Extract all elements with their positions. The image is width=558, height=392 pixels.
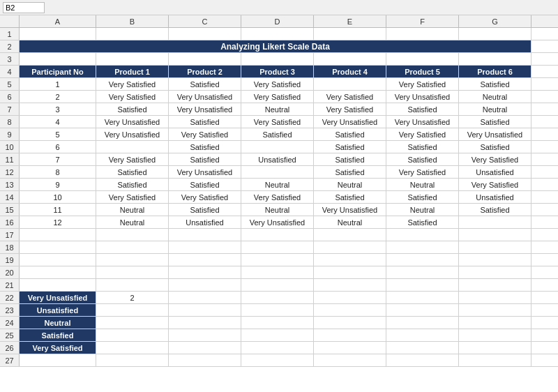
- cell-p4-9[interactable]: Satisfied: [314, 128, 386, 140]
- cell-p1-8[interactable]: Very Unsatisfied: [96, 116, 169, 128]
- cell-p6-16[interactable]: [459, 216, 531, 228]
- cell-p3-12[interactable]: [241, 166, 314, 178]
- cell-p4-15[interactable]: Very Unsatisfied: [314, 204, 386, 216]
- cell-p3-6[interactable]: Very Satisfied: [241, 91, 314, 103]
- cell-participant-5[interactable]: 1: [20, 78, 96, 90]
- cell-participant-16[interactable]: 12: [20, 216, 96, 228]
- cell-p3-5[interactable]: Very Satisfied: [241, 78, 314, 90]
- cell-p3-11[interactable]: Unsatisfied: [241, 153, 314, 165]
- cell-p1-10[interactable]: [96, 141, 169, 153]
- cell-p5-6[interactable]: Very Unsatisfied: [386, 91, 459, 103]
- cell-p4-14[interactable]: Satisfied: [314, 191, 386, 203]
- cell-p3-14[interactable]: Very Satisfied: [241, 191, 314, 203]
- summary-val-26[interactable]: [96, 342, 169, 354]
- cell-p3-10[interactable]: [241, 141, 314, 153]
- cell-p5-16[interactable]: Satisfied: [386, 216, 459, 228]
- cell-p2-15[interactable]: Satisfied: [169, 204, 241, 216]
- cell-p2-10[interactable]: Satisfied: [169, 141, 241, 153]
- summary-val-22[interactable]: 2: [96, 292, 169, 303]
- cell-p5-9[interactable]: Very Satisfied: [386, 128, 459, 140]
- cell-p4-16[interactable]: Neutral: [314, 216, 386, 228]
- cell-p5-15[interactable]: Neutral: [386, 204, 459, 216]
- cell-p1-16[interactable]: Neutral: [96, 216, 169, 228]
- cell-p5-8[interactable]: Very Unsatisfied: [386, 116, 459, 128]
- cell-p1-15[interactable]: Neutral: [96, 204, 169, 216]
- cell-p1-9[interactable]: Very Unsatisfied: [96, 128, 169, 140]
- cell-p2-7[interactable]: Very Unsatisfied: [169, 103, 241, 115]
- cell-participant-9[interactable]: 5: [20, 128, 96, 140]
- summary-val-25[interactable]: [96, 329, 169, 341]
- cell-p4-7[interactable]: Very Satisfied: [314, 103, 386, 115]
- cell-p6-14[interactable]: Unsatisfied: [459, 191, 531, 203]
- cell-p1-12[interactable]: Satisfied: [96, 166, 169, 178]
- cell-p6-13[interactable]: Very Satisfied: [459, 179, 531, 190]
- cell-p3-16[interactable]: Very Unsatisfied: [241, 216, 314, 228]
- cell-p4-12[interactable]: Satisfied: [314, 166, 386, 178]
- cell-p5-7[interactable]: Satisfied: [386, 103, 459, 115]
- summary-val-23[interactable]: [96, 304, 169, 316]
- cell-p5-11[interactable]: Satisfied: [386, 153, 459, 165]
- cell-p1-13[interactable]: Satisfied: [96, 179, 169, 190]
- cell-participant-12[interactable]: 8: [20, 166, 96, 178]
- cell-p2-14[interactable]: Very Satisfied: [169, 191, 241, 203]
- title-cell: Analyzing Likert Scale Data: [20, 40, 531, 52]
- cell-p6-12[interactable]: Unsatisfied: [459, 166, 531, 178]
- cell-p1-11[interactable]: Very Satisfied: [96, 153, 169, 165]
- cell-p2-12[interactable]: Very Unsatisfied: [169, 166, 241, 178]
- cell-p6-8[interactable]: Satisfied: [459, 116, 531, 128]
- cell-p2-8[interactable]: Satisfied: [169, 116, 241, 128]
- cell-p4-13[interactable]: Neutral: [314, 179, 386, 190]
- cell-participant-10[interactable]: 6: [20, 141, 96, 153]
- cell-participant-13[interactable]: 9: [20, 179, 96, 190]
- name-box[interactable]: [3, 2, 45, 13]
- cell-p2-5[interactable]: Satisfied: [169, 78, 241, 90]
- cell-p1-14[interactable]: Very Satisfied: [96, 191, 169, 203]
- cell-p6-6[interactable]: Neutral: [459, 91, 531, 103]
- cell-p6-7[interactable]: Neutral: [459, 103, 531, 115]
- cell-p6-10[interactable]: Satisfied: [459, 141, 531, 153]
- cell-participant-11[interactable]: 7: [20, 153, 96, 165]
- cell-p2-11[interactable]: Satisfied: [169, 153, 241, 165]
- cell-p1-5[interactable]: Very Satisfied: [96, 78, 169, 90]
- cell-p5-13[interactable]: Neutral: [386, 179, 459, 190]
- cell-p4-8[interactable]: Very Unsatisfied: [314, 116, 386, 128]
- cell-p6-5[interactable]: Satisfied: [459, 78, 531, 90]
- cell-p2-16[interactable]: Unsatisfied: [169, 216, 241, 228]
- cell-p4-11[interactable]: Satisfied: [314, 153, 386, 165]
- cell-p5-12[interactable]: Very Satisfied: [386, 166, 459, 178]
- cell-p3-7[interactable]: Neutral: [241, 103, 314, 115]
- cell-p4-6[interactable]: Very Satisfied: [314, 91, 386, 103]
- grid-wrapper: A B C D E F G 1 2 Analyzing L: [0, 15, 558, 392]
- cell-p6-9[interactable]: Very Unsatisfied: [459, 128, 531, 140]
- cell-p6-15[interactable]: Satisfied: [459, 204, 531, 216]
- cell-participant-14[interactable]: 10: [20, 191, 96, 203]
- cell-p4-5[interactable]: [314, 78, 386, 90]
- cell-participant-15[interactable]: 11: [20, 204, 96, 216]
- col-header-d: D: [241, 15, 314, 27]
- cell-p1-6[interactable]: Very Satisfied: [96, 91, 169, 103]
- cell-p2-9[interactable]: Very Satisfied: [169, 128, 241, 140]
- summary-label-26: Very Satisfied: [20, 342, 96, 354]
- col-header-g: G: [459, 15, 531, 27]
- cell-p5-10[interactable]: Satisfied: [386, 141, 459, 153]
- cell-p3-9[interactable]: Satisfied: [241, 128, 314, 140]
- cell-p6-11[interactable]: Very Satisfied: [459, 153, 531, 165]
- header-p6: Product 6: [459, 66, 531, 77]
- cell-p5-5[interactable]: Very Satisfied: [386, 78, 459, 90]
- cell-p4-10[interactable]: Satisfied: [314, 141, 386, 153]
- row-12: 12 8 Satisfied Very Unsatisfied Satisfie…: [0, 166, 558, 179]
- cell-p2-6[interactable]: Very Unsatisfied: [169, 91, 241, 103]
- cell-p3-15[interactable]: Neutral: [241, 204, 314, 216]
- cell-p5-14[interactable]: Satisfied: [386, 191, 459, 203]
- row-6: 6 2 Very Satisfied Very Unsatisfied Very…: [0, 91, 558, 103]
- cell-p1-7[interactable]: Satisfied: [96, 103, 169, 115]
- cell-participant-8[interactable]: 4: [20, 116, 96, 128]
- empty-rows: 17 18 19 20 21: [0, 229, 558, 292]
- summary-val-24[interactable]: [96, 317, 169, 329]
- cell-p3-8[interactable]: Very Satisfied: [241, 116, 314, 128]
- cell-participant-7[interactable]: 3: [20, 103, 96, 115]
- col-header-f: F: [386, 15, 459, 27]
- cell-p2-13[interactable]: Satisfied: [169, 179, 241, 190]
- cell-p3-13[interactable]: Neutral: [241, 179, 314, 190]
- cell-participant-6[interactable]: 2: [20, 91, 96, 103]
